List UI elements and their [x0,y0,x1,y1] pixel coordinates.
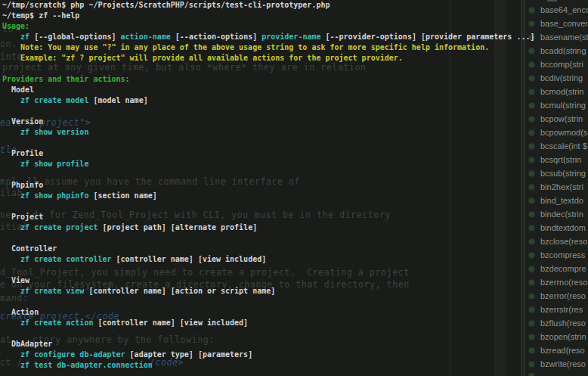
terminal-text-segment: zf show profile [20,160,88,168]
terminal-text-segment: zf create controller [20,255,111,263]
terminal-text-segment: Providers and their actions: [2,75,130,83]
terminal-line [2,234,588,244]
terminal-text-segment: action-name [121,33,171,41]
terminal-line: zf create action [controller name] [view… [2,319,588,329]
terminal-text-segment: View [2,276,29,284]
terminal-line: ~/tmp/scratch$ php ~/Projects/ScratchPHP… [2,1,588,11]
terminal-line: Example: "zf ? project" will provide all… [2,54,588,64]
terminal-text-segment [2,191,20,200]
terminal-text-segment: ~/temp$ zf --help [2,11,79,20]
terminal-text-segment: [controller name] [view included] [93,319,248,327]
terminal-text-segment: [adapter type] [parameters] [125,350,253,359]
terminal-text-segment: [model name] [88,96,147,104]
terminal-line: Profile [2,149,588,160]
terminal-text-segment: DbAdapter [2,340,52,348]
terminal-line: View [2,276,588,287]
terminal-line: zf show version [2,128,588,138]
terminal-text-segment [2,361,20,369]
terminal-text-segment [2,33,20,41]
terminal-text-segment: zf test db-adapter.connection [20,361,153,369]
terminal-text-segment: zf create model [20,96,88,104]
terminal-output: ~/tmp/scratch$ php ~/Projects/ScratchPHP… [2,1,588,371]
terminal-text-segment [2,319,20,327]
terminal-text-segment: zf create action [20,319,93,327]
terminal-text-segment [2,96,20,104]
terminal-text-segment: Model [2,85,34,94]
terminal-text-segment: Usage: [2,22,29,30]
terminal-line: Version [2,117,588,128]
terminal-text-segment: Phpinfo [2,181,43,189]
terminal-line: Phpinfo [2,181,588,191]
terminal-text-segment: zf show version [20,128,88,136]
terminal-text-segment [2,287,20,295]
terminal-line: zf create view [controller name] [action… [2,287,588,297]
terminal-line: Action [2,308,588,319]
terminal-text-segment: [section name] [88,191,156,200]
terminal-line [2,297,588,308]
terminal-line: zf show phpinfo [section name] [2,191,588,202]
terminal-text-segment [2,223,20,232]
terminal-text-segment: Example: "zf ? project" will provide all… [2,54,403,62]
terminal-line: DbAdapter [2,340,588,350]
terminal-line: Model [2,85,588,96]
terminal-line [2,138,588,149]
terminal-text-segment: provider-name [262,33,320,41]
terminal-text-segment: [--action-options] [171,33,262,41]
terminal-line [2,107,588,117]
terminal-text-segment: Action [2,308,39,316]
terminal-line: zf [--global-options] action-name [--act… [2,33,588,43]
terminal-line [2,329,588,340]
terminal-text-segment [2,255,20,263]
terminal-line [2,266,588,276]
terminal-line: Project [2,213,588,223]
terminal-text-segment: zf configure db-adapter [20,350,125,359]
terminal-line: zf create controller [controller name] [… [2,255,588,266]
terminal-text-segment: Controller [2,244,57,253]
terminal-line [2,202,588,213]
terminal-text-segment [2,350,20,359]
terminal-line: Providers and their actions: [2,75,588,85]
terminal-line: Controller [2,244,588,255]
terminal-text-segment: Note: You may use "?" in any place of th… [2,43,489,51]
terminal-text-segment: Project [2,213,43,221]
terminal-text-segment [2,160,20,168]
terminal-line: zf create project [project path] [altern… [2,223,588,234]
terminal-line: zf create model [model name] [2,96,588,107]
terminal-text-segment: [--global-options] [29,33,120,41]
terminal-text-segment: [project path] [alternate profile] [97,223,257,232]
terminal-line: zf test db-adapter.connection [2,361,588,371]
terminal-line: Usage: [2,22,588,33]
terminal-line [2,64,588,75]
terminal-line: zf configure db-adapter [adapter type] [… [2,350,588,361]
terminal-text-segment: [controller name] [view included] [112,255,267,263]
terminal-text-segment: Profile [2,149,43,157]
terminal-text-segment: [controller name] [action or script name… [84,287,275,295]
terminal-text-segment [2,128,20,136]
terminal-line: ~/temp$ zf --help [2,11,588,22]
terminal-line: zf show profile [2,160,588,170]
terminal-text-segment: zf [20,33,29,41]
terminal-text-segment: Version [2,117,43,126]
terminal-window[interactable]: ~/tmp/scratch$ php ~/Projects/ScratchPHP… [0,0,588,376]
terminal-line: Note: You may use "?" in any place of th… [2,43,588,54]
terminal-text-segment: [--provider-options] [provider parameter… [321,33,535,41]
terminal-line [2,170,588,181]
terminal-text-segment: zf show phpinfo [20,191,88,200]
terminal-text-segment: zf create project [20,223,97,232]
terminal-text-segment: ~/tmp/scratch$ php ~/Projects/ScratchPHP… [2,1,330,9]
terminal-text-segment: zf create view [20,287,84,295]
